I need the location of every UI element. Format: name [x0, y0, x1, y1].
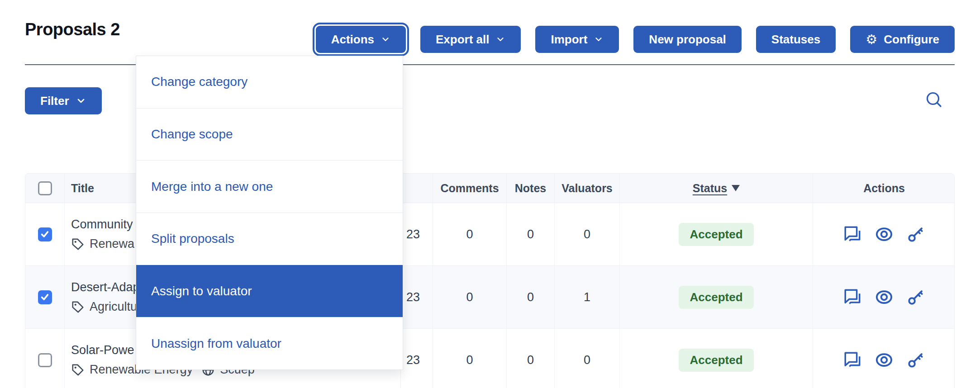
column-header-actions: Actions — [813, 174, 955, 203]
new-proposal-button-label: New proposal — [649, 33, 726, 47]
menu-item-unassign-from-valuator[interactable]: Unassign from valuator — [136, 317, 403, 369]
eye-icon — [875, 288, 894, 307]
proposal-date: 23 — [401, 203, 433, 265]
column-header-comments: Comments — [433, 174, 507, 203]
select-all-checkbox[interactable] — [38, 181, 52, 195]
import-button-label: Import — [551, 33, 587, 47]
proposal-date: 23 — [401, 329, 433, 388]
menu-item-change-category[interactable]: Change category — [136, 56, 403, 108]
preview-proposal-button[interactable] — [874, 224, 894, 244]
chevron-down-icon — [381, 34, 390, 44]
comments-count: 0 — [433, 203, 507, 265]
column-header-date — [401, 174, 433, 203]
permissions-button[interactable] — [906, 350, 926, 370]
column-header-notes: Notes — [507, 174, 555, 203]
toolbar: Actions Export all Import New proposal S… — [316, 26, 955, 53]
column-header-status[interactable]: Status — [620, 174, 813, 203]
actions-dropdown-menu: Change category Change scope Merge into … — [136, 56, 403, 370]
row-checkbox[interactable] — [38, 227, 52, 241]
status-sort-link[interactable]: Status — [693, 182, 727, 195]
chat-icon — [843, 225, 862, 244]
status-badge: Accepted — [679, 286, 753, 309]
configure-button-label: Configure — [884, 33, 939, 47]
proposal-title[interactable]: Desert-Adap — [71, 280, 140, 294]
valuators-count: 0 — [555, 203, 620, 265]
answer-proposal-button[interactable] — [842, 287, 862, 307]
proposal-title[interactable]: Community — [71, 218, 134, 232]
menu-item-change-scope[interactable]: Change scope — [136, 108, 403, 161]
tag-icon — [71, 237, 85, 251]
permissions-button[interactable] — [906, 224, 926, 244]
comments-count: 0 — [433, 329, 507, 388]
key-icon — [906, 225, 925, 244]
chat-icon — [843, 350, 862, 369]
export-all-button[interactable]: Export all — [420, 26, 521, 53]
answer-proposal-button[interactable] — [842, 224, 862, 244]
valuators-count: 0 — [555, 329, 620, 388]
chat-icon — [843, 288, 862, 307]
proposals-admin-page: Proposals 2 Actions Export all Import Ne… — [0, 0, 980, 388]
checkmark-icon — [40, 229, 50, 239]
notes-count: 0 — [507, 203, 555, 265]
sort-desc-icon — [732, 185, 740, 191]
preview-proposal-button[interactable] — [874, 350, 894, 370]
search-icon — [924, 90, 945, 110]
eye-icon — [875, 350, 894, 369]
import-button[interactable]: Import — [535, 26, 619, 53]
menu-item-assign-to-valuator[interactable]: Assign to valuator — [136, 265, 403, 317]
actions-button[interactable]: Actions — [316, 26, 406, 53]
permissions-button[interactable] — [906, 287, 926, 307]
gear-icon: ⚙ — [866, 33, 877, 46]
column-header-valuators: Valuators — [555, 174, 620, 203]
proposal-category: Renewa — [90, 237, 134, 251]
key-icon — [906, 288, 925, 307]
menu-item-split-proposals[interactable]: Split proposals — [136, 213, 403, 265]
chevron-down-icon — [76, 95, 86, 106]
page-title: Proposals 2 — [25, 20, 120, 39]
select-all-cell — [25, 174, 65, 203]
status-badge: Accepted — [679, 349, 753, 372]
answer-proposal-button[interactable] — [842, 350, 862, 370]
row-checkbox[interactable] — [38, 353, 52, 367]
eye-icon — [875, 225, 894, 244]
tag-icon — [71, 300, 85, 314]
checkmark-icon — [40, 292, 50, 302]
filter-button[interactable]: Filter — [25, 87, 102, 114]
export-all-button-label: Export all — [436, 33, 489, 47]
chevron-down-icon — [495, 34, 505, 44]
statuses-button[interactable]: Statuses — [756, 26, 836, 53]
new-proposal-button[interactable]: New proposal — [633, 26, 741, 53]
chevron-down-icon — [594, 34, 604, 44]
notes-count: 0 — [507, 266, 555, 328]
configure-button[interactable]: ⚙ Configure — [850, 26, 955, 53]
key-icon — [906, 350, 925, 369]
statuses-button-label: Statuses — [771, 33, 820, 47]
search-button[interactable] — [924, 90, 945, 110]
row-checkbox[interactable] — [38, 290, 52, 304]
valuators-count: 1 — [555, 266, 620, 328]
status-badge: Accepted — [679, 223, 753, 246]
menu-item-merge-into-new[interactable]: Merge into a new one — [136, 160, 403, 213]
preview-proposal-button[interactable] — [874, 287, 894, 307]
comments-count: 0 — [433, 266, 507, 328]
tag-icon — [71, 363, 85, 377]
proposal-date: 23 — [401, 266, 433, 328]
proposal-category: Agricultu — [90, 300, 137, 314]
filter-button-label: Filter — [40, 94, 69, 108]
notes-count: 0 — [507, 329, 555, 388]
actions-button-label: Actions — [331, 33, 374, 47]
